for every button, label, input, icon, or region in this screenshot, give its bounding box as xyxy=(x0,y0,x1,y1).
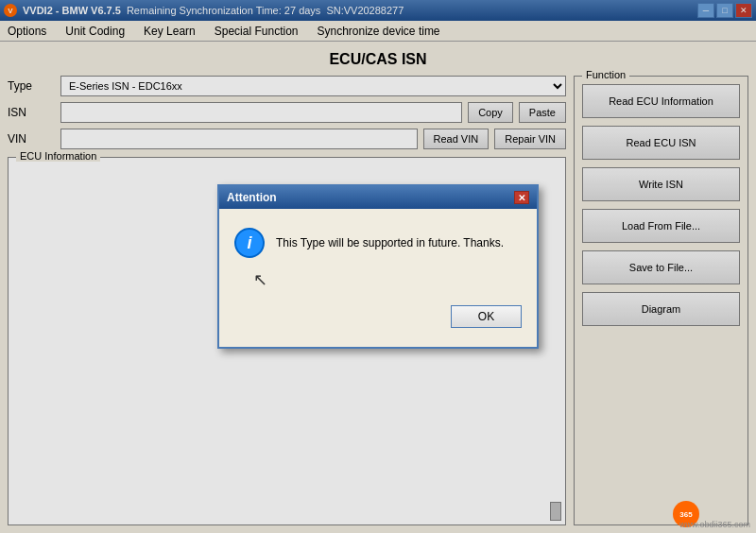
dialog-title: Attention xyxy=(227,191,277,204)
dialog-message: This Type will be supported in future. T… xyxy=(276,236,504,249)
dialog-message-row: i This Type will be supported in future.… xyxy=(234,228,522,258)
dialog-ok-button[interactable]: OK xyxy=(451,305,522,328)
attention-dialog: Attention ✕ i This Type will be supporte… xyxy=(217,184,539,349)
modal-overlay: Attention ✕ i This Type will be supporte… xyxy=(0,0,756,533)
dialog-close-button[interactable]: ✕ xyxy=(514,191,529,204)
watermark: www.obdii365.com xyxy=(679,520,750,529)
dialog-buttons: OK xyxy=(234,301,522,332)
cursor-indicator: ↖ xyxy=(253,269,522,290)
info-icon: i xyxy=(234,228,265,258)
dialog-content: i This Type will be supported in future.… xyxy=(219,209,537,347)
dialog-title-bar: Attention ✕ xyxy=(219,186,537,209)
